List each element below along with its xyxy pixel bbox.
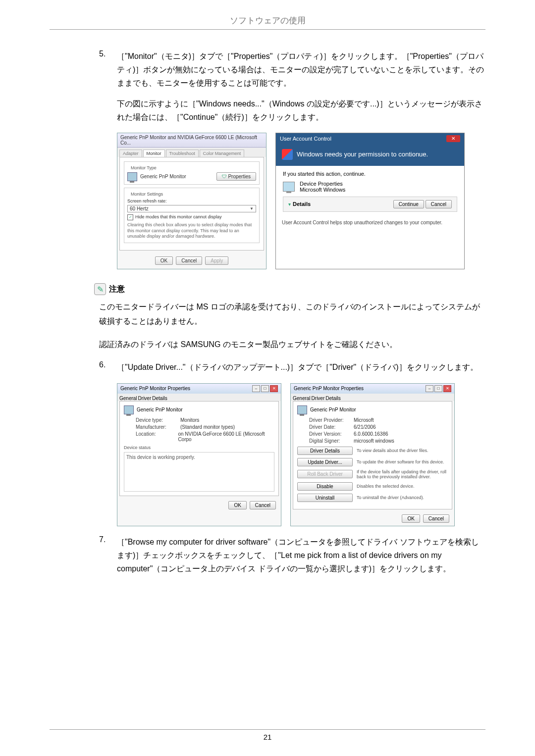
- uac-headline: Windows needs your permission to contion…: [297, 151, 428, 158]
- minimize-icon[interactable]: –: [426, 385, 433, 392]
- tab-color-management[interactable]: Color Management: [200, 150, 245, 157]
- device-status-box: This device is working properly.: [124, 452, 274, 492]
- hide-modes-checkbox[interactable]: ✓: [127, 214, 133, 220]
- dialog-titlebar: Generic PnP Monitor Properties: [294, 386, 364, 391]
- ok-button[interactable]: OK: [402, 514, 420, 523]
- step-5-text-2: 下の図に示すように［"Windows needs..."（Windows の設定…: [117, 97, 485, 124]
- tab-general[interactable]: General: [119, 396, 137, 401]
- step-5: 5. ［"Monitor"（モニタ)］タブで［"Properties"（プロパテ…: [99, 50, 485, 124]
- dialog-titlebar: Generic PnP Monitor Properties: [120, 386, 190, 391]
- driver-version-label: Driver Version:: [309, 431, 354, 437]
- manufacturer-label: Manufacturer:: [136, 424, 180, 430]
- tab-driver[interactable]: Driver: [138, 396, 152, 401]
- manufacturer-value: (Standard monitor types): [180, 424, 235, 430]
- maximize-icon[interactable]: □: [261, 385, 269, 392]
- monitor-properties-dialog: Generic PnP Monitor and NVIDIA GeForce 6…: [117, 133, 267, 269]
- tab-details[interactable]: Details: [152, 396, 167, 401]
- driver-date-label: Driver Date:: [309, 424, 354, 430]
- step-5-number: 5.: [99, 50, 117, 124]
- step-7-text: ［"Browse my computer for driver software…: [117, 535, 485, 576]
- tab-adapter[interactable]: Adapter: [119, 150, 142, 157]
- ok-button[interactable]: OK: [228, 501, 246, 509]
- driver-provider-label: Driver Provider:: [309, 417, 354, 423]
- disable-desc: Disables the selected device.: [357, 484, 448, 489]
- step-6: 6. ［"Update Driver..."（ドライバのアップデート...)］タ…: [99, 360, 485, 374]
- note-paragraph-1: このモニタードライバーは MS ロゴの承認を受けており、このドライバのインストー…: [99, 300, 485, 329]
- properties-button[interactable]: 🛡 Properties: [216, 172, 256, 181]
- refresh-rate-label: Screen refresh rate:: [127, 199, 256, 203]
- uac-titlebar: User Account Control: [280, 136, 331, 142]
- monitor-type-value: Generic PnP Monitor: [140, 174, 186, 179]
- hide-modes-label: Hide modes that this monitor cannot disp…: [135, 214, 222, 219]
- driver-date-value: 6/21/2006: [354, 424, 376, 430]
- tab-general[interactable]: General: [293, 396, 311, 401]
- monitor-settings-group-label: Monitor Settings: [129, 192, 164, 197]
- uac-device-properties: Device Properties: [300, 181, 345, 187]
- tab-details[interactable]: Details: [325, 396, 341, 401]
- minimize-icon[interactable]: –: [252, 385, 260, 392]
- step-6-text: ［"Update Driver..."（ドライバのアップデート...)］タブで［…: [117, 360, 485, 374]
- driver-provider-value: Microsoft: [354, 417, 374, 423]
- cancel-button[interactable]: Cancel: [176, 256, 202, 265]
- figure-row-2: Generic PnP Monitor Properties – □ ✕ Gen…: [117, 383, 485, 526]
- footer-rule: [50, 729, 485, 730]
- refresh-rate-select[interactable]: 60 Hertz ▼: [127, 205, 256, 212]
- monitor-type-group-label: Monitor Type: [129, 165, 158, 170]
- disable-button[interactable]: Disable: [297, 482, 353, 491]
- note-paragraph-2: 認証済みのドライバは SAMSUNG のモニター製品ウェブサイトをご確認ください…: [99, 338, 485, 352]
- device-status-label: Device status: [124, 445, 274, 450]
- close-icon[interactable]: ✕: [443, 385, 451, 392]
- rollback-driver-desc: If the device fails after updating the d…: [357, 469, 448, 479]
- tab-monitor[interactable]: Monitor: [143, 150, 165, 157]
- location-value: on NVIDIA GeForce 6600 LE (Microsoft Cor…: [178, 431, 274, 442]
- driver-details-desc: To view details about the driver files.: [357, 448, 448, 453]
- hide-modes-description: Clearing this check box allows you to se…: [127, 222, 256, 240]
- update-driver-desc: To update the driver software for this d…: [357, 459, 448, 464]
- uac-dialog: User Account Control ✕ Windows needs you…: [275, 133, 465, 269]
- uac-details-toggle[interactable]: Details: [293, 201, 311, 207]
- ok-button[interactable]: OK: [155, 256, 173, 265]
- device-header: Generic PnP Monitor: [310, 407, 356, 412]
- tab-troubleshoot[interactable]: Troubleshoot: [166, 150, 199, 157]
- device-type-label: Device type:: [136, 417, 180, 423]
- close-icon[interactable]: ✕: [446, 135, 460, 142]
- dialog-tabs: Adapter Monitor Troubleshoot Color Manag…: [117, 148, 266, 157]
- note-icon: ✎: [94, 283, 106, 295]
- tab-driver[interactable]: Driver: [312, 396, 325, 401]
- chevron-down-icon: ▾: [288, 202, 291, 207]
- driver-version-value: 6.0.6000.16386: [354, 431, 388, 437]
- shield-icon: 🛡: [222, 174, 227, 179]
- monitor-icon: [297, 405, 307, 414]
- page-header-title: ソフトウェアの使用: [50, 0, 485, 26]
- device-type-value: Monitors: [180, 417, 199, 423]
- uninstall-button[interactable]: Uninstall: [297, 494, 353, 502]
- uac-microsoft-windows: Microsoft Windows: [300, 187, 345, 193]
- page-number: 21: [0, 733, 535, 741]
- step-7-number: 7.: [99, 535, 117, 576]
- monitor-icon: [127, 172, 137, 181]
- chevron-down-icon: ▼: [250, 206, 254, 211]
- step-7: 7. ［"Browse my computer for driver softw…: [99, 535, 485, 576]
- cancel-button[interactable]: Cancel: [426, 200, 452, 208]
- step-5-text-1: ［"Monitor"（モニタ)］タブで［"Properties"（プロパティ)］…: [117, 50, 485, 90]
- note-label: 注意: [109, 284, 125, 295]
- header-rule: [50, 29, 485, 30]
- uac-if-started: If you started this action, continue.: [283, 171, 457, 177]
- figure-row-1: Generic PnP Monitor and NVIDIA GeForce 6…: [117, 133, 485, 269]
- uninstall-desc: To uninstall the driver (Advanced).: [357, 495, 448, 500]
- maximize-icon[interactable]: □: [434, 385, 442, 392]
- monitor-icon: [124, 405, 134, 414]
- device-properties-general-dialog: Generic PnP Monitor Properties – □ ✕ Gen…: [117, 383, 281, 526]
- driver-details-button[interactable]: Driver Details: [297, 447, 353, 455]
- apply-button[interactable]: Apply: [205, 256, 228, 265]
- step-6-number: 6.: [99, 360, 117, 374]
- close-icon[interactable]: ✕: [270, 385, 278, 392]
- dialog-titlebar: Generic PnP Monitor and NVIDIA GeForce 6…: [117, 133, 266, 148]
- continue-button[interactable]: Continue: [393, 200, 424, 208]
- update-driver-button[interactable]: Update Driver...: [297, 458, 353, 466]
- cancel-button[interactable]: Cancel: [250, 501, 276, 509]
- cancel-button[interactable]: Cancel: [423, 514, 449, 523]
- uac-footer-text: User Account Control helps stop unauthor…: [276, 217, 464, 230]
- digital-signer-label: Digital Signer:: [309, 438, 354, 444]
- rollback-driver-button[interactable]: Roll Back Driver: [297, 470, 353, 478]
